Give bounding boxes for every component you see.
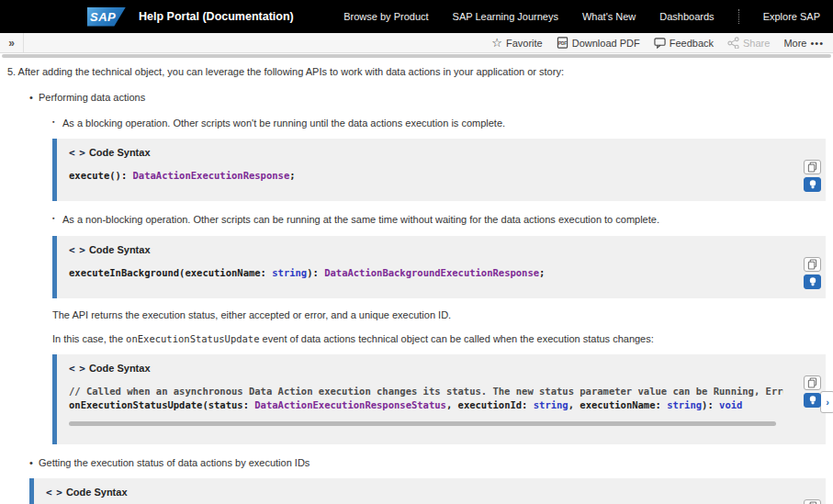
code-block-on-execution-status-update: < > Code Syntax // Called when an asynch… <box>52 354 826 443</box>
code-brackets-icon: < > <box>69 363 84 375</box>
nav-sap-learning-journeys[interactable]: SAP Learning Journeys <box>453 11 558 22</box>
share-icon <box>727 37 739 49</box>
square-bullet-icon: ▪ <box>52 215 54 223</box>
code-syntax-label: Code Syntax <box>89 244 151 257</box>
code-brackets-icon: < > <box>69 244 84 257</box>
list-item-label: As a blocking operation. Other scripts w… <box>52 118 833 130</box>
code-block-actions <box>804 499 821 504</box>
nav-browse-by-product[interactable]: Browse by Product <box>343 11 428 22</box>
nav-dashboards[interactable]: Dashboards <box>659 11 714 22</box>
download-pdf-button[interactable]: PDF Download PDF <box>557 37 640 49</box>
code-syntax-label: Code Syntax <box>66 487 128 499</box>
code-block-actions <box>804 257 821 289</box>
lightbulb-button[interactable] <box>804 274 821 289</box>
code-text: executeInBackground(executionName: strin… <box>69 266 783 280</box>
more-button[interactable]: More ••• <box>783 38 824 49</box>
code-text: // Called when an asynchronous Data Acti… <box>69 385 783 412</box>
page-toolbar: » ☆ Favorite PDF Download PDF Feedback S… <box>0 33 833 53</box>
code-syntax-header: < > Code Syntax <box>69 363 783 375</box>
copy-code-button[interactable] <box>804 499 821 504</box>
list-item-blocking-operation: ▪ As a blocking operation. Other scripts… <box>52 118 833 202</box>
feedback-button[interactable]: Feedback <box>654 37 714 49</box>
list-item-nonblocking-operation: ▪ As a non-blocking operation. Other scr… <box>52 214 833 443</box>
expand-sidebar-button[interactable]: » <box>0 33 24 52</box>
list-item-label: As a non-blocking operation. Other scrip… <box>52 214 833 227</box>
list-item-label: Performing data actions <box>29 92 833 105</box>
inline-code-on-execution-status-update: onExecutionStatusUpdate <box>126 333 259 344</box>
code-brackets-icon: < > <box>69 147 84 160</box>
code-syntax-label: Code Syntax <box>89 147 151 160</box>
code-text: execute(): DataActionExecutionResponse; <box>69 169 783 183</box>
doc-content: 5. After adding the technical object, yo… <box>0 58 833 504</box>
nav-whats-new[interactable]: What's New <box>582 11 636 22</box>
step-5-text: 5. After adding the technical object, yo… <box>7 66 833 79</box>
nav-divider <box>738 9 739 24</box>
code-block-get-execution-progress: < > Code Syntax getExecutionProgress(exe… <box>29 478 826 504</box>
para-in-this-case: In this case, the onExecutionStatusUpdat… <box>52 333 833 346</box>
more-dots-icon: ••• <box>810 38 824 49</box>
scroll-right-button[interactable]: › <box>820 391 833 413</box>
list-item-performing-data-actions: • Performing data actions ▪ As a blockin… <box>29 92 833 444</box>
code-syntax-header: < > Code Syntax <box>69 244 783 257</box>
square-bullet-icon: ▪ <box>52 118 54 127</box>
lightbulb-button[interactable] <box>804 177 821 192</box>
code-block-execute: < > Code Syntax execute(): DataActionExe… <box>52 139 826 201</box>
bullet-icon: • <box>29 92 33 105</box>
copy-code-button[interactable] <box>804 375 821 390</box>
nav-explore-sap[interactable]: Explore SAP <box>763 11 820 22</box>
code-syntax-header: < > Code Syntax <box>69 147 783 160</box>
code-brackets-icon: < > <box>46 487 62 499</box>
header-nav: Browse by Product SAP Learning Journeys … <box>343 9 820 24</box>
toolbar-actions: ☆ Favorite PDF Download PDF Feedback Sha… <box>491 37 833 49</box>
sap-logo[interactable]: SAP <box>87 7 126 27</box>
list-item-label: Getting the execution status of data act… <box>29 457 833 470</box>
para-api-returns: The API returns the execution status, ei… <box>52 309 833 322</box>
list-item-getting-execution-status: • Getting the execution status of data a… <box>29 457 833 504</box>
share-button[interactable]: Share <box>727 37 770 49</box>
code-syntax-header: < > Code Syntax <box>46 487 783 499</box>
star-icon: ☆ <box>491 37 502 49</box>
code-block-actions <box>804 160 821 192</box>
copy-code-button[interactable] <box>804 160 821 174</box>
code-block-execute-in-background: < > Code Syntax executeInBackground(exec… <box>52 236 826 298</box>
pdf-icon: PDF <box>557 37 568 49</box>
code-syntax-label: Code Syntax <box>89 363 151 375</box>
feedback-icon <box>654 37 666 49</box>
code-horizontal-scrollbar[interactable] <box>69 421 776 426</box>
lightbulb-button[interactable] <box>804 393 821 408</box>
app-header: SAP Help Portal (Documentation) Browse b… <box>0 0 833 33</box>
favorite-button[interactable]: ☆ Favorite <box>491 37 542 49</box>
copy-code-button[interactable] <box>804 257 821 272</box>
sap-logo-text: SAP <box>87 10 116 24</box>
svg-text:PDF: PDF <box>558 41 567 46</box>
page-title: Help Portal (Documentation) <box>139 10 294 23</box>
bullet-icon: • <box>29 457 33 470</box>
code-block-actions <box>804 375 821 408</box>
